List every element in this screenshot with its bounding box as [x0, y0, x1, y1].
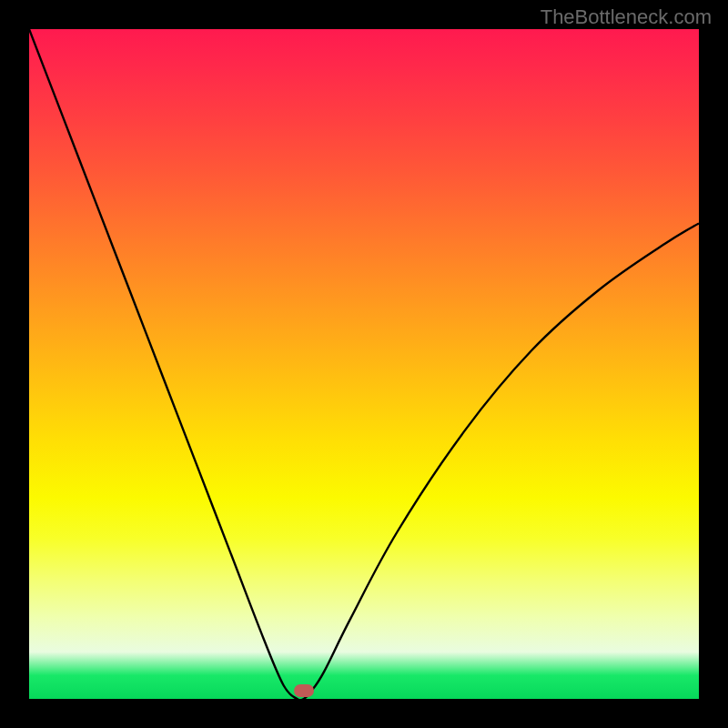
curve-svg — [29, 29, 699, 699]
bottleneck-curve-path — [29, 29, 699, 699]
watermark-text: TheBottleneck.com — [541, 5, 712, 29]
chart-plot-area — [29, 29, 699, 699]
optimum-marker — [294, 684, 314, 697]
